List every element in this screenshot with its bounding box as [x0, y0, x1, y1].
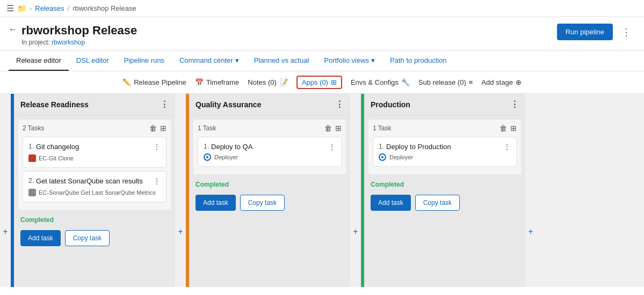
breadcrumb-releases[interactable]: Releases [35, 4, 64, 12]
task-count-2: 1 Task [198, 124, 216, 132]
tab-planned-vs-actual[interactable]: Planned vs actual [247, 51, 317, 71]
grid-view-icon-1[interactable]: ⊞ [160, 124, 167, 132]
toolbar-apps[interactable]: Apps (0) ⊞ [296, 76, 342, 89]
task-group-actions-1: 🗑 ⊞ [149, 124, 167, 132]
task-number-qa: 1. [204, 143, 209, 150]
stage-quality-assurance: Quality Assurance ⋮ 1 Task 🗑 ⊞ 1. Deploy… [189, 94, 350, 287]
trash-icon-3[interactable]: 🗑 [500, 124, 507, 132]
run-pipeline-button[interactable]: Run pipeline [557, 24, 613, 40]
task-number-1: 1. [28, 143, 34, 150]
page-header-left: ← rbworkshop Release In project: rbworks… [9, 24, 137, 46]
add-task-button-2[interactable]: Add task [196, 195, 236, 211]
task-card-git-changelog: 1. Git changelog ⋮ EC-Git Clone [23, 137, 167, 168]
back-button[interactable]: ← [9, 25, 17, 34]
task-menu-prod[interactable]: ⋮ [503, 143, 511, 151]
task-card-header-prod: 1. Deploy to Production ⋮ [379, 143, 511, 151]
project-link[interactable]: rbworkshop [52, 39, 85, 46]
tab-command-center[interactable]: Command center ▾ [172, 51, 247, 71]
tab-path-to-production[interactable]: Path to production [382, 51, 454, 71]
toolbar-timeframe[interactable]: 📅 Timeframe [195, 78, 240, 86]
task-group-header-2: 1 Task 🗑 ⊞ [198, 124, 342, 132]
tab-release-editor[interactable]: Release editor [9, 51, 69, 71]
page-title-group: rbworkshop Release In project: rbworksho… [21, 24, 137, 46]
task-sub-1: EC-Git Clone [28, 154, 161, 162]
add-stage-right-1[interactable]: + [175, 94, 186, 287]
task-number-2: 2. [28, 177, 34, 185]
page-header: ← rbworkshop Release In project: rbworks… [0, 17, 644, 51]
stage-title-release-readiness: Release Readiness [20, 100, 160, 109]
task-card-deploy-qa: 1. Deploy to QA ⋮ Deployer [198, 137, 342, 167]
add-task-button-1[interactable]: Add task [20, 230, 61, 246]
sub-release-label: Sub release (0) [418, 78, 466, 86]
breadcrumb-slash: / [68, 4, 70, 12]
task-group-2: 1 Task 🗑 ⊞ 1. Deploy to QA ⋮ Dep [193, 120, 346, 174]
task-name-deploy-qa[interactable]: Deploy to QA [211, 143, 328, 151]
tabs-bar: Release editor DSL editor Pipeline runs … [0, 51, 644, 71]
apps-label: Apps (0) [302, 78, 328, 86]
copy-task-button-3[interactable]: Copy task [415, 195, 460, 211]
copy-task-button-2[interactable]: Copy task [240, 195, 285, 211]
task-menu-qa[interactable]: ⋮ [328, 143, 336, 151]
grid-view-icon-3[interactable]: ⊞ [510, 124, 517, 132]
ec-git-icon [28, 154, 36, 162]
stage-actions-2: Add task Copy task [189, 190, 350, 217]
toolbar-sub-release[interactable]: Sub release (0) ≡ [418, 78, 473, 86]
tab-portfolio-views[interactable]: Portfolio views ▾ [316, 51, 382, 71]
kebab-menu-button[interactable]: ⋮ [617, 24, 635, 40]
task-group-header-1: 2 Tasks 🗑 ⊞ [23, 124, 167, 132]
trash-icon-2[interactable]: 🗑 [324, 124, 332, 132]
task-card-sonarqube: 2. Get latest SonarQube scan results ⋮ E… [23, 171, 167, 202]
grid-view-icon-2[interactable]: ⊞ [335, 124, 342, 132]
breadcrumb-separator: › [30, 4, 32, 12]
task-name-sonarqube[interactable]: Get latest SonarQube scan results [36, 177, 153, 185]
wrench-icon: 🔧 [401, 78, 410, 86]
breadcrumb-current: rbworkshop Release [73, 4, 136, 12]
task-name-git-changelog[interactable]: Git changelog [36, 143, 153, 151]
stage-menu-button-2[interactable]: ⋮ [335, 99, 344, 109]
stage-header-quality-assurance: Quality Assurance ⋮ [189, 94, 350, 115]
stage-menu-button-3[interactable]: ⋮ [510, 99, 519, 109]
tab-pipeline-runs[interactable]: Pipeline runs [117, 51, 172, 71]
stage-actions-3: Add task Copy task [364, 190, 525, 217]
task-sub-label-2: EC-SonarQube Get Last SonarQube Metrics [39, 189, 156, 196]
toolbar-notes[interactable]: Notes (0) 📝 [248, 78, 287, 86]
toolbar-release-pipeline[interactable]: ✏️ Release Pipeline [122, 78, 186, 86]
toolbar-add-stage[interactable]: Add stage ⊕ [481, 78, 522, 86]
chevron-down-icon: ▾ [235, 56, 239, 64]
trash-icon-1[interactable]: 🗑 [149, 124, 157, 132]
stage-status-1: Completed [14, 214, 175, 226]
deployer-row-prod: Deployer [379, 153, 511, 161]
hamburger-icon[interactable]: ☰ [6, 3, 14, 13]
deployer-icon-qa [204, 153, 211, 161]
add-stage-left-1[interactable]: + [0, 94, 11, 287]
chevron-down-icon: ▾ [371, 56, 375, 64]
task-count-1: 2 Tasks [23, 124, 44, 132]
task-name-deploy-prod[interactable]: Deploy to Production [386, 143, 503, 151]
toolbar-envs-configs[interactable]: Envs & Configs 🔧 [351, 78, 410, 86]
task-menu-1[interactable]: ⋮ [153, 143, 161, 151]
copy-task-button-1[interactable]: Copy task [65, 230, 110, 246]
deployer-icon-prod [379, 153, 386, 161]
page-subtitle: In project: rbworkshop [21, 39, 137, 46]
task-group-3: 1 Task 🗑 ⊞ 1. Deploy to Production ⋮ [368, 120, 521, 174]
add-stage-right-2[interactable]: + [350, 94, 361, 287]
page-title: rbworkshop Release [21, 24, 137, 38]
tab-dsl-editor[interactable]: DSL editor [69, 51, 117, 71]
list-icon: ≡ [469, 78, 473, 86]
task-card-header-1: 1. Git changelog ⋮ [28, 143, 161, 151]
add-task-button-3[interactable]: Add task [371, 195, 411, 211]
calendar-icon: 📅 [195, 78, 204, 86]
stage-actions-1: Add task Copy task [14, 226, 175, 253]
task-menu-2[interactable]: ⋮ [153, 177, 161, 186]
task-group-header-3: 1 Task 🗑 ⊞ [373, 124, 517, 132]
notes-label: Notes (0) [248, 78, 276, 86]
add-stage-right-3[interactable]: + [525, 94, 536, 287]
task-card-deploy-prod: 1. Deploy to Production ⋮ Deployer [373, 137, 517, 167]
stage-menu-button-1[interactable]: ⋮ [160, 99, 169, 109]
stage-wrapper-production: Production ⋮ 1 Task 🗑 ⊞ 1. Deploy to Pro… [361, 94, 536, 287]
deployer-row-qa: Deployer [204, 153, 336, 161]
folder-icon[interactable]: 📁 [17, 4, 26, 13]
stage-status-3: Completed [364, 179, 525, 190]
task-number-prod: 1. [379, 143, 384, 150]
edit-icon: ✏️ [122, 78, 131, 86]
